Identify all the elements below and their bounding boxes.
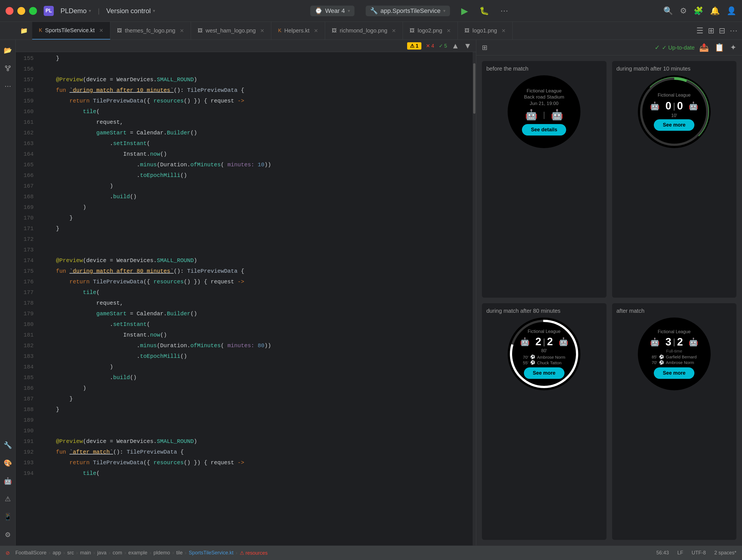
tabs-end-actions: ☰ ⊞ ⊟ ⋯	[696, 22, 742, 40]
scroll-thumb[interactable]	[473, 63, 475, 114]
notifications-icon[interactable]: 🔔	[710, 6, 720, 15]
line-numbers: 155 156 157 158 159 160 161 162 163 164 …	[16, 52, 38, 546]
indent[interactable]: 2 spaces*	[714, 550, 736, 556]
preview-cell-label: during match after 80 minutes	[486, 308, 561, 314]
split-editor-icon[interactable]: ⊞	[708, 26, 714, 35]
see-details-button[interactable]: See details	[522, 124, 566, 136]
watch-face-during10: Fictional League 🤖 0 | 0 🤖 10' See more	[638, 75, 711, 148]
warning-count: ⚠ 1	[407, 42, 421, 50]
up-to-date-badge: ✓ ✓ Up-to-date	[655, 44, 695, 51]
line-ending[interactable]: LF	[677, 550, 683, 556]
preview-extra-icons: 📤 📋 ✦	[699, 43, 736, 52]
preview-share-icon[interactable]: 📤	[699, 43, 709, 52]
settings-icon[interactable]: ⚙	[680, 6, 687, 15]
svg-line-3	[6, 67, 8, 69]
watch-face-before: Fictional LeagueBack road StadiumJun 21,…	[508, 75, 580, 148]
service-icon: 🔧	[370, 7, 378, 14]
sidebar-icon-plugins[interactable]: 🔧	[2, 439, 14, 451]
watch-fulltime: Full-time	[666, 349, 682, 353]
tab-logo1[interactable]: 🖼 logo1.png ✕	[458, 22, 513, 40]
preview-cell-label: before the match	[486, 65, 528, 72]
watch-score: 3 | 2	[665, 336, 683, 348]
editor-toolbar: ⚠ 1 ✕ 4 ✓ 5 ▲ ▼	[16, 40, 476, 52]
tab-helpers[interactable]: K Helpers.kt ✕	[271, 22, 325, 40]
chevron-down-icon: ▾	[89, 8, 91, 13]
debug-button[interactable]: 🐛	[479, 6, 489, 15]
cursor-position[interactable]: 56:43	[656, 550, 669, 556]
project-name[interactable]: PLDemo ▾	[60, 7, 91, 15]
tab-close-icon[interactable]: ✕	[501, 28, 506, 34]
profile-icon[interactable]: 👤	[727, 6, 736, 15]
tab-westham-logo[interactable]: 🖼 west_ham_logo.png ✕	[191, 22, 271, 40]
svg-point-5	[641, 79, 707, 145]
preview-layout-icon[interactable]: ⊞	[482, 44, 487, 52]
maximize-button[interactable]	[29, 7, 37, 15]
sidebar-icon-issues[interactable]: ⚠	[2, 493, 14, 505]
watch-teams: 🤖 3 | 2 🤖	[650, 336, 698, 348]
vs-separator: |	[543, 110, 545, 119]
tab-close-icon[interactable]: ✕	[180, 28, 184, 34]
sidebar-icon-vcs[interactable]	[2, 62, 14, 74]
svg-point-2	[7, 69, 9, 71]
status-right: 56:43 LF UTF-8 2 spaces*	[656, 550, 736, 556]
sidebar-icon-more[interactable]: ⋯	[2, 80, 14, 92]
tab-close-icon[interactable]: ✕	[99, 28, 103, 34]
close-button[interactable]	[6, 7, 13, 15]
close-editor-icon[interactable]: ⊟	[719, 26, 725, 35]
run-button[interactable]: ▶	[461, 6, 468, 16]
device-selector[interactable]: ⌚ Wear 4 ▾	[310, 6, 355, 16]
tab-logo2[interactable]: 🖼 logo2.png ✕	[403, 22, 458, 40]
preview-star-icon[interactable]: ✦	[730, 43, 736, 52]
scorer-row-2: 70' ⚽ Ambrose Norm	[651, 360, 697, 365]
separator: |	[98, 7, 99, 15]
svg-point-1	[9, 66, 10, 67]
plugins-icon[interactable]: 🧩	[694, 6, 703, 15]
tab-close-icon[interactable]: ✕	[314, 28, 318, 34]
team-away-icon: 🤖	[689, 338, 698, 347]
sidebar-icon-bottom[interactable]: ⚙	[2, 529, 14, 541]
watch-scorers: 85' ⚽ Garfield Bernard 70' ⚽ Ambrose Nor…	[651, 354, 697, 365]
tab-close-icon[interactable]: ✕	[446, 28, 451, 34]
preview-cell-during10: during match after 10 minutes Fictional …	[612, 61, 737, 298]
more-tabs-icon[interactable]: ⋯	[730, 26, 738, 35]
scrollbar[interactable]	[473, 52, 476, 546]
scorer-row-1: 85' ⚽ Garfield Bernard	[651, 354, 697, 359]
image-icon: 🖼	[332, 28, 337, 34]
minimize-button[interactable]	[17, 7, 25, 15]
sidebar-icon-project[interactable]: 📂	[2, 44, 14, 57]
kotlin-icon: K	[39, 28, 42, 33]
preview-copy-icon[interactable]: 📋	[714, 43, 724, 52]
tabs-bar: 📁 K SportsTileService.kt ✕ 🖼 themes_fc_l…	[0, 22, 742, 40]
chevron-down-icon: ▾	[153, 8, 155, 13]
charset[interactable]: UTF-8	[692, 550, 706, 556]
code-content[interactable]: } @Preview(device = WearDevices.SMALL_RO…	[38, 52, 473, 546]
sidebar-icon-android[interactable]: 🤖	[2, 475, 14, 487]
version-control[interactable]: Version control ▾	[106, 7, 155, 15]
chevron-down-icon[interactable]: ▼	[464, 42, 472, 50]
service-selector[interactable]: 🔧 app.SportsTileService ▾	[366, 6, 450, 16]
team-away-icon: 🤖	[551, 109, 563, 121]
tab-themes-logo[interactable]: 🖼 themes_fc_logo.png ✕	[110, 22, 191, 40]
image-icon: 🖼	[198, 28, 203, 34]
kotlin-icon: K	[278, 28, 281, 34]
tab-list-icon[interactable]: ☰	[696, 26, 703, 35]
chevron-up-icon[interactable]: ▲	[452, 42, 460, 50]
see-more-button[interactable]: See more	[654, 367, 694, 379]
search-icon[interactable]: 🔍	[663, 6, 673, 15]
tab-richmond-logo[interactable]: 🖼 richmond_logo.png ✕	[325, 22, 403, 40]
image-icon: 🖼	[410, 28, 415, 34]
sidebar-icon-design[interactable]: 🎨	[2, 457, 14, 469]
info-count: ✓ 5	[439, 43, 447, 49]
tab-sportstileservice[interactable]: K SportsTileService.kt ✕	[32, 22, 110, 40]
more-button[interactable]: ⋯	[500, 6, 508, 15]
sidebar-icon-device[interactable]: 📱	[2, 511, 14, 523]
tab-close-icon[interactable]: ✕	[260, 28, 264, 34]
preview-panel: ⊞ ✓ ✓ Up-to-date 📤 📋 ✦ before the match …	[476, 40, 742, 546]
tab-close-icon[interactable]: ✕	[392, 28, 396, 34]
error-count: ✕ 4	[426, 43, 434, 49]
folder-icon[interactable]: 📁	[16, 22, 32, 40]
preview-cell-label: during match after 10 minutes	[617, 65, 691, 72]
chevron-down-icon: ▾	[443, 8, 445, 13]
breadcrumb[interactable]: FootballScore › app › src › main › java …	[15, 550, 268, 556]
code-area[interactable]: 155 156 157 158 159 160 161 162 163 164 …	[16, 52, 476, 546]
